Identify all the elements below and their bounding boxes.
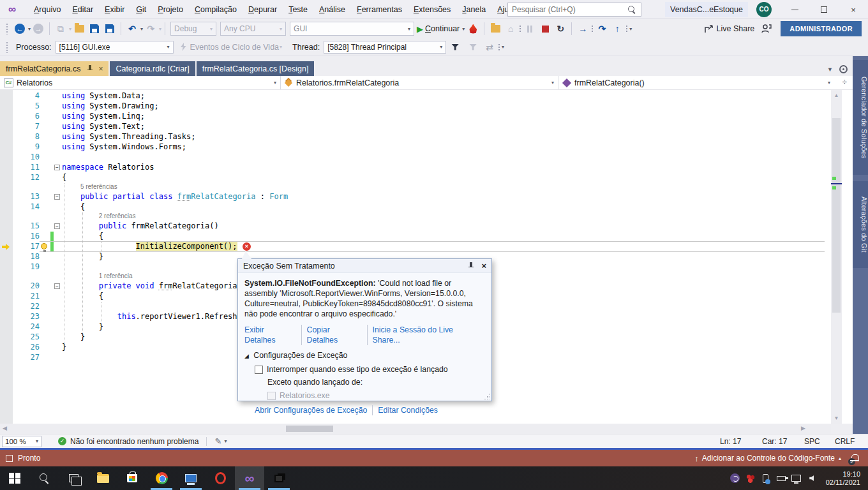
eol-indicator[interactable]: CRLF: [835, 437, 859, 446]
codelens-row[interactable]: 5 referências: [0, 183, 830, 192]
step-over-button[interactable]: ↷: [595, 21, 609, 36]
code-cleanup-caret[interactable]: ▾: [224, 438, 227, 444]
step-into-button[interactable]: →: [576, 21, 590, 36]
microsoft-store-button[interactable]: [117, 466, 147, 490]
code-line[interactable]: 7using System.Text;: [0, 122, 830, 132]
new-file-caret[interactable]: ▾: [69, 26, 71, 32]
live-share-label[interactable]: Live Share: [717, 24, 755, 33]
lifecycle-events-button[interactable]: Eventos de Ciclo de Vida ▾: [180, 43, 282, 52]
task-view-button[interactable]: [59, 466, 88, 490]
code-line[interactable]: 17 InitializeComponent();×: [0, 242, 830, 252]
step-out-button[interactable]: ↑: [610, 21, 624, 36]
gear-icon[interactable]: [839, 65, 848, 73]
notifications-bell-icon[interactable]: 2: [850, 454, 859, 463]
open-exception-settings-link[interactable]: Abrir Configurações de Exceção: [255, 405, 372, 415]
stop-debugging-button[interactable]: [538, 21, 552, 36]
code-line[interactable]: 16 {: [0, 232, 830, 242]
edit-conditions-link[interactable]: Editar Condições: [372, 405, 443, 415]
filter-threads-icon[interactable]: [451, 43, 459, 51]
taskbar-search-button[interactable]: [29, 466, 59, 490]
code-line[interactable]: 12{: [0, 173, 830, 183]
menu-item-janela[interactable]: Janela: [456, 1, 491, 19]
code-line[interactable]: 8using System.Threading.Tasks;: [0, 132, 830, 142]
app-window-button[interactable]: [264, 466, 294, 490]
tab-frmrelatcategoria-design[interactable]: frmRelatCategoria.cs [Design]: [197, 61, 315, 76]
problems-label[interactable]: Não foi encontrado nenhum problema: [70, 437, 198, 446]
solution-explorer-tab[interactable]: Gerenciador de Soluções: [853, 60, 868, 175]
scroll-down-arrow[interactable]: ▼: [831, 415, 842, 421]
add-to-source-control-button[interactable]: Adicionar ao Controle do Código-Fonte: [702, 454, 835, 463]
code-line[interactable]: 4using System.Data;: [0, 91, 830, 101]
pin-icon[interactable]: [87, 65, 93, 73]
redo-caret[interactable]: ▾: [159, 26, 161, 32]
undo-caret[interactable]: ▾: [140, 26, 143, 32]
thread-combo[interactable]: [5828] Thread Principal▾: [324, 41, 446, 54]
fold-marker[interactable]: −: [54, 165, 60, 170]
tab-frmrelatcategoria-cs[interactable]: frmRelatCategoria.cs ×: [0, 61, 108, 76]
toggle-flagged-icon[interactable]: ⇄: [486, 42, 493, 52]
module-checkbox[interactable]: [267, 392, 276, 400]
taskbar-clock[interactable]: 19:10 02/11/2021: [826, 470, 860, 487]
line-indicator[interactable]: Ln: 17: [720, 437, 753, 446]
procbar-options-caret[interactable]: ▾: [502, 44, 504, 50]
remote-desktop-button[interactable]: [176, 466, 206, 490]
split-window-handle[interactable]: ÷: [842, 77, 847, 87]
usb-tray-icon[interactable]: [774, 466, 789, 490]
spaces-indicator[interactable]: SPC: [804, 437, 826, 446]
open-file-button[interactable]: [72, 21, 86, 36]
toolbar-options-caret[interactable]: ▾: [629, 26, 632, 32]
unhandled-exception-icon[interactable]: ×: [243, 242, 251, 251]
git-changes-tab[interactable]: Alterações do Git: [853, 181, 868, 268]
torrent-tray-icon[interactable]: [728, 466, 743, 490]
visual-studio-button[interactable]: ∞: [235, 466, 264, 490]
menu-item-ferramentas[interactable]: Ferramentas: [351, 1, 408, 19]
source-control-caret[interactable]: ▴: [839, 456, 841, 461]
filter-disabled-icon[interactable]: [469, 43, 477, 51]
code-line[interactable]: 6using System.Linq;: [0, 112, 830, 122]
scroll-up-arrow[interactable]: ▲: [831, 93, 842, 98]
file-explorer-button[interactable]: [88, 466, 117, 490]
live-share-icon[interactable]: [704, 24, 715, 34]
opera-button[interactable]: [206, 466, 235, 490]
lightbulb-icon[interactable]: [41, 243, 47, 249]
zoom-combo[interactable]: 100 %▾: [2, 436, 41, 447]
toolbar-grip[interactable]: [6, 23, 9, 34]
tab-list-caret[interactable]: ▼: [827, 66, 833, 73]
menu-item-exibir[interactable]: Exibir: [99, 1, 130, 19]
hot-reload-button[interactable]: [466, 21, 480, 36]
background-tasks-icon[interactable]: [6, 455, 13, 462]
code-line[interactable]: 9using System.Windows.Forms;: [0, 142, 830, 152]
tab-categoria-rdlc[interactable]: Categoria.rdlc [Criar]: [110, 61, 195, 76]
pause-button[interactable]: [523, 21, 537, 36]
collapse-expander-icon[interactable]: ◢: [244, 353, 249, 359]
menu-item-arquivo[interactable]: Arquivo: [28, 1, 66, 19]
code-line[interactable]: 10: [0, 152, 830, 163]
menu-item-git[interactable]: Git: [130, 1, 152, 19]
menu-item-extensoes[interactable]: Extensões: [408, 1, 456, 19]
view-details-link[interactable]: Exibir Detalhes: [244, 325, 301, 345]
undo-button[interactable]: ↶: [125, 21, 139, 36]
maximize-button[interactable]: [809, 0, 839, 19]
solution-name-label[interactable]: VendasC...eEstoque: [665, 2, 748, 17]
code-line[interactable]: 11−namespace Relatorios: [0, 163, 830, 173]
member-dropdown[interactable]: frmRelatCategoria() ▾: [558, 76, 834, 89]
pin-icon[interactable]: [468, 262, 474, 270]
code-line[interactable]: 15− public frmRelatCategoria(): [0, 221, 830, 232]
code-line[interactable]: 13− public partial class frmRelatCategor…: [0, 192, 830, 202]
column-indicator[interactable]: Car: 17: [762, 437, 795, 446]
menu-item-editar[interactable]: Editar: [66, 1, 99, 19]
continue-button[interactable]: ▶ Continuar ▾: [417, 21, 465, 36]
phone-link-tray-icon[interactable]: [758, 466, 774, 490]
chrome-button[interactable]: [147, 466, 176, 490]
redo-button[interactable]: ↷: [144, 21, 158, 36]
menu-item-projeto[interactable]: Projeto: [152, 1, 189, 19]
scrollbar-thumb[interactable]: [832, 118, 841, 313]
close-icon[interactable]: ×: [481, 261, 486, 271]
exception-settings-header[interactable]: ◢ Configurações de Exceção: [244, 350, 485, 361]
code-line[interactable]: 14 {: [0, 202, 830, 212]
startup-project-combo[interactable]: GUI▾: [290, 22, 414, 36]
process-combo[interactable]: [5116] GUI.exe▾: [56, 41, 174, 54]
browse-with-button[interactable]: [488, 21, 502, 36]
editor-vertical-scrollbar[interactable]: ▲ ▼: [831, 90, 842, 424]
solution-configurations-combo[interactable]: Debug▾: [170, 22, 216, 36]
